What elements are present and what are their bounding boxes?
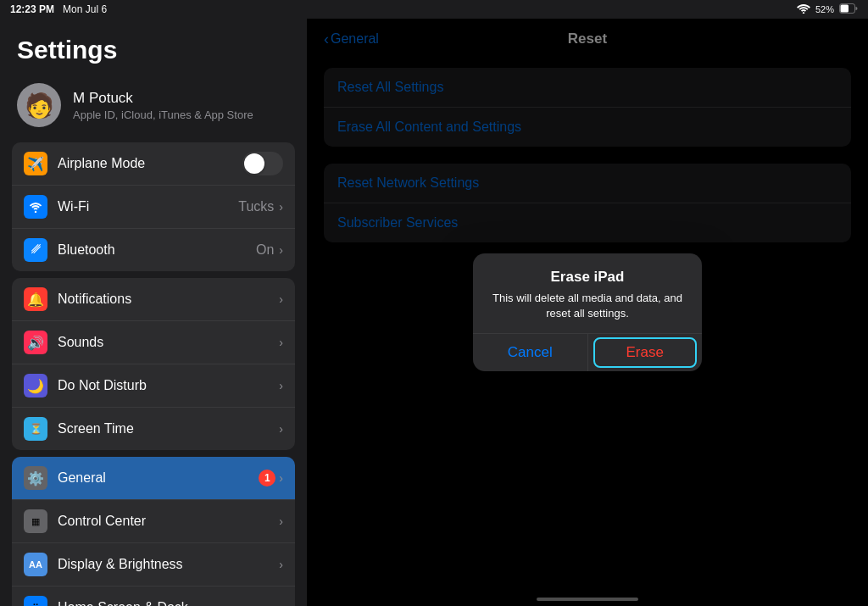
dialog-message: This will delete all media and data, and…: [487, 291, 688, 321]
settings-group-notifications: 🔔 Notifications › 🔊 Sounds › 🌙 Do Not Di…: [12, 278, 295, 450]
cancel-button[interactable]: Cancel: [473, 334, 588, 371]
dnd-icon: 🌙: [24, 374, 47, 398]
home-screen-icon: ⠿: [24, 596, 47, 606]
right-panel: ‹ General Reset Reset All Settings Erase…: [307, 19, 868, 606]
home-screen-chevron: ›: [279, 601, 283, 606]
bluetooth-value: On: [256, 242, 274, 258]
sounds-label: Sounds: [58, 335, 279, 350]
sidebar-item-airplane-mode[interactable]: ✈️ Airplane Mode: [12, 142, 295, 186]
control-center-icon: ▦: [24, 509, 47, 533]
status-time: 12:23 PM: [10, 3, 54, 15]
dnd-label: Do Not Disturb: [58, 378, 279, 393]
airplane-icon: ✈️: [24, 152, 47, 175]
dnd-chevron: ›: [279, 379, 283, 392]
bluetooth-label: Bluetooth: [58, 242, 256, 258]
sidebar-item-home-screen[interactable]: ⠿ Home Screen & Dock ›: [12, 587, 295, 606]
wifi-value: Tucks: [238, 199, 274, 214]
account-name: M Potuck: [73, 90, 253, 107]
notifications-label: Notifications: [58, 292, 279, 307]
battery-icon: [839, 3, 858, 15]
control-center-label: Control Center: [58, 514, 279, 529]
airplane-mode-toggle[interactable]: [242, 152, 283, 175]
sidebar-item-wifi[interactable]: Wi-Fi Tucks ›: [12, 186, 295, 229]
sounds-chevron: ›: [279, 336, 283, 349]
bluetooth-chevron: ›: [279, 243, 283, 257]
dialog-content: Erase iPad This will delete all media an…: [473, 253, 702, 333]
status-bar: 12:23 PM Mon Jul 6 52%: [0, 0, 868, 19]
sidebar-item-notifications[interactable]: 🔔 Notifications ›: [12, 278, 295, 321]
notifications-chevron: ›: [279, 292, 283, 306]
wifi-settings-icon: [24, 195, 47, 219]
sidebar: Settings 🧑 M Potuck Apple ID, iCloud, iT…: [0, 19, 307, 606]
main-layout: Settings 🧑 M Potuck Apple ID, iCloud, iT…: [0, 19, 868, 606]
airplane-mode-label: Airplane Mode: [58, 156, 242, 171]
avatar: 🧑: [17, 83, 61, 127]
svg-point-0: [803, 12, 804, 14]
screen-time-chevron: ›: [279, 422, 283, 436]
toggle-knob: [244, 153, 264, 174]
dialog-overlay: Erase iPad This will delete all media an…: [307, 19, 868, 606]
notifications-icon: 🔔: [24, 287, 47, 311]
settings-group-system: ⚙️ General 1 › ▦ Control Center › AA Dis…: [12, 457, 295, 606]
control-center-chevron: ›: [279, 514, 283, 528]
sidebar-title: Settings: [0, 19, 307, 75]
status-icons: 52%: [797, 3, 858, 15]
account-row[interactable]: 🧑 M Potuck Apple ID, iCloud, iTunes & Ap…: [0, 75, 307, 136]
home-screen-label: Home Screen & Dock: [58, 600, 279, 606]
dialog-buttons: Cancel Erase: [473, 333, 702, 371]
wifi-icon: [797, 3, 810, 15]
general-label: General: [58, 470, 259, 486]
screen-time-label: Screen Time: [58, 421, 279, 436]
screen-time-icon: ⏳: [24, 417, 47, 441]
svg-point-3: [35, 211, 36, 213]
sidebar-item-bluetooth[interactable]: ␥ Bluetooth On ›: [12, 229, 295, 271]
erase-dialog: Erase iPad This will delete all media an…: [473, 253, 702, 371]
display-icon: AA: [24, 553, 47, 576]
account-subtitle: Apple ID, iCloud, iTunes & App Store: [73, 108, 253, 121]
sidebar-item-control-center[interactable]: ▦ Control Center ›: [12, 500, 295, 543]
sidebar-item-do-not-disturb[interactable]: 🌙 Do Not Disturb ›: [12, 364, 295, 408]
erase-button[interactable]: Erase: [588, 334, 703, 371]
display-chevron: ›: [279, 558, 283, 571]
wifi-chevron: ›: [279, 200, 283, 214]
dialog-title: Erase iPad: [487, 269, 688, 286]
general-chevron: ›: [279, 471, 283, 485]
bluetooth-icon: ␥: [24, 238, 47, 262]
account-info: M Potuck Apple ID, iCloud, iTunes & App …: [73, 90, 253, 121]
sidebar-item-display-brightness[interactable]: AA Display & Brightness ›: [12, 543, 295, 587]
battery-percentage: 52%: [815, 4, 834, 14]
display-label: Display & Brightness: [58, 557, 279, 572]
general-icon: ⚙️: [24, 466, 47, 490]
status-date: Mon Jul 6: [63, 3, 107, 15]
settings-group-connectivity: ✈️ Airplane Mode Wi-Fi Tucks ›: [12, 142, 295, 271]
sidebar-item-general[interactable]: ⚙️ General 1 ›: [12, 457, 295, 500]
wifi-label: Wi-Fi: [58, 199, 238, 214]
sidebar-item-sounds[interactable]: 🔊 Sounds ›: [12, 321, 295, 364]
svg-rect-2: [841, 5, 849, 13]
sidebar-item-screen-time[interactable]: ⏳ Screen Time ›: [12, 408, 295, 450]
sounds-icon: 🔊: [24, 331, 47, 354]
general-badge: 1: [259, 470, 275, 486]
